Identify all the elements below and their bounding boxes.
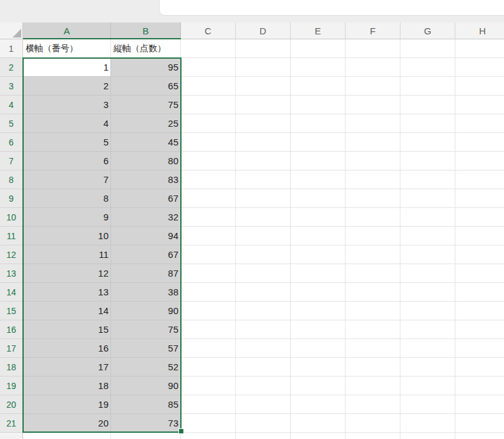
column-header-C[interactable]: C xyxy=(181,22,236,39)
cell-E14[interactable] xyxy=(291,283,346,302)
cell-H14[interactable] xyxy=(455,283,504,302)
cell-F9[interactable] xyxy=(346,189,400,208)
cell-H13[interactable] xyxy=(455,264,504,283)
cell-C3[interactable] xyxy=(181,77,236,96)
cell-H22[interactable] xyxy=(455,433,504,439)
cell-G19[interactable] xyxy=(400,377,455,395)
cell-C6[interactable] xyxy=(181,133,236,152)
cell-G17[interactable] xyxy=(400,339,455,358)
cell-A16[interactable]: 15 xyxy=(23,320,111,339)
cell-B15[interactable]: 90 xyxy=(111,302,181,320)
cell-G11[interactable] xyxy=(400,227,455,245)
cell-A5[interactable]: 4 xyxy=(23,114,111,133)
cell-C8[interactable] xyxy=(181,170,236,189)
cell-D6[interactable] xyxy=(236,133,291,152)
cell-A1[interactable]: 横軸（番号） xyxy=(23,39,111,58)
cell-E12[interactable] xyxy=(291,245,346,264)
cell-E7[interactable] xyxy=(291,152,346,170)
cell-C19[interactable] xyxy=(181,377,236,395)
cell-B16[interactable]: 75 xyxy=(111,320,181,339)
cell-A10[interactable]: 9 xyxy=(23,208,111,227)
cell-C11[interactable] xyxy=(181,227,236,245)
cell-F13[interactable] xyxy=(346,264,400,283)
cell-D5[interactable] xyxy=(236,114,291,133)
row-header-11[interactable]: 11 xyxy=(0,227,23,245)
cell-F8[interactable] xyxy=(346,170,400,189)
cell-C18[interactable] xyxy=(181,358,236,377)
cell-E2[interactable] xyxy=(291,58,346,77)
cell-H1[interactable] xyxy=(455,39,504,58)
cell-E21[interactable] xyxy=(291,414,346,433)
cell-H9[interactable] xyxy=(455,189,504,208)
cell-G2[interactable] xyxy=(400,58,455,77)
cell-B7[interactable]: 80 xyxy=(111,152,181,170)
cell-D2[interactable] xyxy=(236,58,291,77)
cell-F20[interactable] xyxy=(346,395,400,414)
cell-B1[interactable]: 縦軸（点数） xyxy=(111,39,181,58)
cell-E18[interactable] xyxy=(291,358,346,377)
cell-D8[interactable] xyxy=(236,170,291,189)
column-header-G[interactable]: G xyxy=(400,22,455,39)
cell-B12[interactable]: 67 xyxy=(111,245,181,264)
row-header-21[interactable]: 21 xyxy=(0,414,23,433)
cell-A14[interactable]: 13 xyxy=(23,283,111,302)
cell-G1[interactable] xyxy=(400,39,455,58)
cell-D22[interactable] xyxy=(236,433,291,439)
cell-A11[interactable]: 10 xyxy=(23,227,111,245)
cell-B2[interactable]: 95 xyxy=(111,58,181,77)
cell-D16[interactable] xyxy=(236,320,291,339)
cell-C4[interactable] xyxy=(181,96,236,114)
cell-A21[interactable]: 20 xyxy=(23,414,111,433)
cell-H3[interactable] xyxy=(455,77,504,96)
cell-G21[interactable] xyxy=(400,414,455,433)
cell-H21[interactable] xyxy=(455,414,504,433)
cell-H17[interactable] xyxy=(455,339,504,358)
cell-F11[interactable] xyxy=(346,227,400,245)
cell-A2[interactable]: 1 xyxy=(23,58,111,77)
row-header-9[interactable]: 9 xyxy=(0,189,23,208)
cell-A9[interactable]: 8 xyxy=(23,189,111,208)
cell-C16[interactable] xyxy=(181,320,236,339)
cell-B11[interactable]: 94 xyxy=(111,227,181,245)
cell-E15[interactable] xyxy=(291,302,346,320)
cell-A17[interactable]: 16 xyxy=(23,339,111,358)
row-header-10[interactable]: 10 xyxy=(0,208,23,227)
cell-H4[interactable] xyxy=(455,96,504,114)
column-header-H[interactable]: H xyxy=(455,22,504,39)
cell-C10[interactable] xyxy=(181,208,236,227)
cell-F16[interactable] xyxy=(346,320,400,339)
row-header-12[interactable]: 12 xyxy=(0,245,23,264)
cell-G8[interactable] xyxy=(400,170,455,189)
cell-H20[interactable] xyxy=(455,395,504,414)
cell-H18[interactable] xyxy=(455,358,504,377)
cell-G20[interactable] xyxy=(400,395,455,414)
cell-A13[interactable]: 12 xyxy=(23,264,111,283)
cell-B9[interactable]: 67 xyxy=(111,189,181,208)
cell-H16[interactable] xyxy=(455,320,504,339)
row-header-14[interactable]: 14 xyxy=(0,283,23,302)
cell-F14[interactable] xyxy=(346,283,400,302)
row-header-22[interactable]: 22 xyxy=(0,433,23,439)
cell-B6[interactable]: 45 xyxy=(111,133,181,152)
cell-H11[interactable] xyxy=(455,227,504,245)
cell-C5[interactable] xyxy=(181,114,236,133)
cell-G16[interactable] xyxy=(400,320,455,339)
cell-E6[interactable] xyxy=(291,133,346,152)
cell-G10[interactable] xyxy=(400,208,455,227)
cell-F1[interactable] xyxy=(346,39,400,58)
cell-D4[interactable] xyxy=(236,96,291,114)
cell-F18[interactable] xyxy=(346,358,400,377)
cell-C22[interactable] xyxy=(181,433,236,439)
cell-G6[interactable] xyxy=(400,133,455,152)
cell-G22[interactable] xyxy=(400,433,455,439)
cell-B21[interactable]: 73 xyxy=(111,414,181,433)
cell-F7[interactable] xyxy=(346,152,400,170)
cell-C2[interactable] xyxy=(181,58,236,77)
cell-D1[interactable] xyxy=(236,39,291,58)
cell-E3[interactable] xyxy=(291,77,346,96)
cell-A4[interactable]: 3 xyxy=(23,96,111,114)
row-header-4[interactable]: 4 xyxy=(0,96,23,114)
cell-F2[interactable] xyxy=(346,58,400,77)
cell-C20[interactable] xyxy=(181,395,236,414)
cell-E17[interactable] xyxy=(291,339,346,358)
